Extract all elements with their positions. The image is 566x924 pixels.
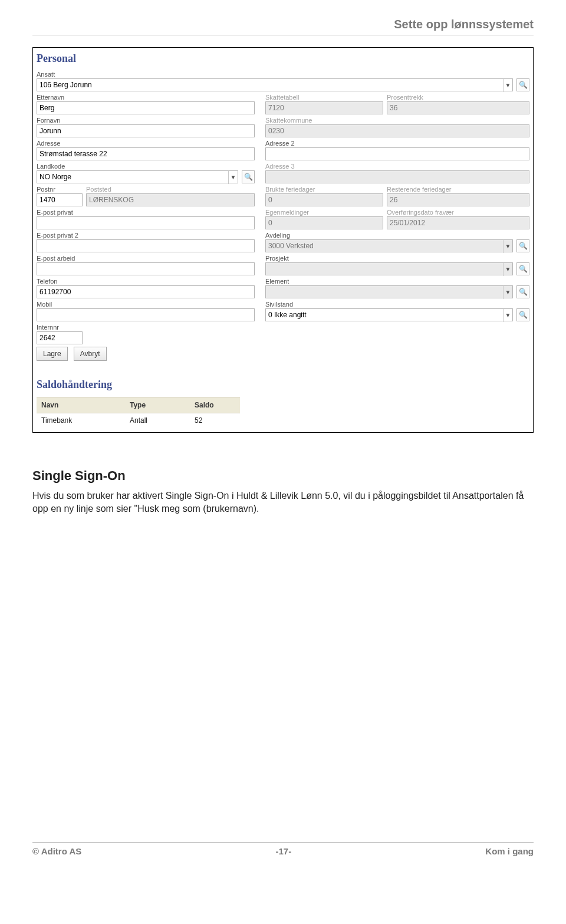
search-icon[interactable]: 🔍 bbox=[516, 285, 529, 298]
chevron-down-icon: ▼ bbox=[503, 79, 512, 92]
element-label: Element bbox=[265, 278, 513, 285]
chevron-down-icon: ▼ bbox=[503, 309, 512, 322]
td-navn: Timebank bbox=[37, 413, 125, 428]
section-saldo-title: Saldohåndtering bbox=[37, 379, 529, 391]
footer-right: Kom i gang bbox=[485, 846, 534, 856]
chevron-down-icon: ▼ bbox=[228, 171, 238, 184]
sivilstand-label: Sivilstand bbox=[265, 301, 513, 308]
landkode-select[interactable]: NO Norge ▼ bbox=[37, 170, 238, 183]
app-screenshot: Personal Ansatt 106 Berg Jorunn ▼ 🔍 Ette… bbox=[32, 47, 534, 433]
prosenttrekk-field: 36 bbox=[387, 101, 529, 114]
poststed-field: LØRENSKOG bbox=[86, 193, 255, 206]
epostarbeid-field[interactable] bbox=[37, 262, 255, 275]
avbryt-button[interactable]: Avbryt bbox=[74, 347, 107, 361]
footer-center: -17- bbox=[275, 846, 291, 856]
prosjekt-select[interactable]: ▼ bbox=[265, 262, 513, 275]
ansatt-label: Ansatt bbox=[37, 71, 513, 78]
search-icon[interactable]: 🔍 bbox=[242, 170, 255, 183]
search-icon[interactable]: 🔍 bbox=[516, 262, 529, 275]
landkode-label: Landkode bbox=[37, 163, 238, 170]
internnr-field[interactable]: 2642 bbox=[37, 331, 83, 344]
overforingsdato-label: Overføringsdato fravær bbox=[387, 209, 529, 216]
th-navn: Navn bbox=[37, 397, 125, 413]
td-saldo: 52 bbox=[190, 413, 240, 428]
adresse2-field[interactable] bbox=[265, 147, 529, 160]
internnr-label: Internnr bbox=[37, 324, 83, 331]
skattetabell-label: Skattetabell bbox=[265, 94, 383, 101]
etternavn-field[interactable]: Berg bbox=[37, 101, 255, 114]
sso-heading: Single Sign-On bbox=[32, 468, 534, 484]
sivilstand-select[interactable]: 0 Ikke angitt ▼ bbox=[265, 308, 513, 321]
ansatt-select[interactable]: 106 Berg Jorunn ▼ bbox=[37, 78, 513, 91]
adresse2-label: Adresse 2 bbox=[265, 140, 529, 147]
footer-left: © Aditro AS bbox=[32, 846, 81, 856]
poststed-label: Poststed bbox=[86, 186, 255, 193]
etternavn-label: Etternavn bbox=[37, 94, 255, 101]
fornavn-field[interactable]: Jorunn bbox=[37, 124, 255, 137]
adresse-label: Adresse bbox=[37, 140, 255, 147]
skattetabell-field: 7120 bbox=[265, 101, 383, 114]
epostarbeid-label: E-post arbeid bbox=[37, 255, 255, 262]
sso-paragraph: Hvis du som bruker har aktivert Single S… bbox=[32, 489, 534, 515]
epostprivat-label: E-post privat bbox=[37, 209, 255, 216]
skattekommune-label: Skattekommune bbox=[265, 117, 529, 124]
saldo-table: Navn Type Saldo Timebank Antall 52 bbox=[37, 397, 529, 428]
td-type: Antall bbox=[125, 413, 190, 428]
resterendeferiedager-field: 26 bbox=[387, 193, 529, 206]
avdeling-select[interactable]: 3000 Verksted ▼ bbox=[265, 239, 513, 252]
postnr-label: Postnr bbox=[37, 186, 83, 193]
postnr-field[interactable]: 1470 bbox=[37, 193, 83, 206]
skattekommune-field: 0230 bbox=[265, 124, 529, 137]
egenmeldinger-field: 0 bbox=[265, 216, 383, 229]
egenmeldinger-label: Egenmeldinger bbox=[265, 209, 383, 216]
overforingsdato-field: 25/01/2012 bbox=[387, 216, 529, 229]
avdeling-label: Avdeling bbox=[265, 232, 513, 239]
section-personal-title: Personal bbox=[37, 52, 529, 65]
doc-header-title: Sette opp lønnssystemet bbox=[32, 18, 534, 35]
brukteferiedager-field: 0 bbox=[265, 193, 383, 206]
adresse-field[interactable]: Strømstad terasse 22 bbox=[37, 147, 255, 160]
search-icon[interactable]: 🔍 bbox=[516, 308, 529, 321]
brukteferiedager-label: Brukte feriedager bbox=[265, 186, 383, 193]
th-type: Type bbox=[125, 397, 190, 413]
search-icon[interactable]: 🔍 bbox=[516, 78, 529, 91]
ansatt-value: 106 Berg Jorunn bbox=[40, 81, 92, 89]
adresse3-label: Adresse 3 bbox=[265, 163, 529, 170]
prosenttrekk-label: Prosenttrekk bbox=[387, 94, 529, 101]
epostprivat-field[interactable] bbox=[37, 216, 255, 229]
fornavn-label: Fornavn bbox=[37, 117, 255, 124]
resterendeferiedager-label: Resterende feriedager bbox=[387, 186, 529, 193]
th-saldo: Saldo bbox=[190, 397, 240, 413]
chevron-down-icon: ▼ bbox=[503, 263, 512, 276]
chevron-down-icon: ▼ bbox=[503, 240, 512, 253]
telefon-field[interactable]: 61192700 bbox=[37, 285, 255, 298]
epostprivat2-field[interactable] bbox=[37, 239, 255, 252]
prosjekt-label: Prosjekt bbox=[265, 255, 513, 262]
mobil-label: Mobil bbox=[37, 301, 255, 308]
chevron-down-icon: ▼ bbox=[503, 286, 512, 299]
adresse3-field bbox=[265, 170, 529, 183]
search-icon[interactable]: 🔍 bbox=[516, 239, 529, 252]
element-select[interactable]: ▼ bbox=[265, 285, 513, 298]
mobil-field[interactable] bbox=[37, 308, 255, 321]
epostprivat2-label: E-post privat 2 bbox=[37, 232, 255, 239]
lagre-button[interactable]: Lagre bbox=[37, 347, 68, 361]
telefon-label: Telefon bbox=[37, 278, 255, 285]
